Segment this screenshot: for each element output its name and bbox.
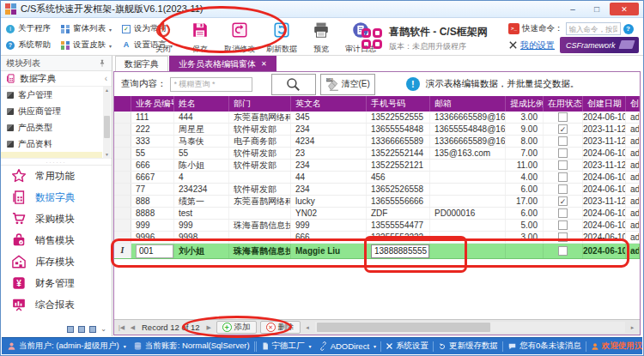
table-row[interactable]: 111444东莞喜鹊网络科技...34513522552555133666655…: [114, 112, 640, 124]
status-messages[interactable]: 您有0条未读消息: [504, 341, 585, 352]
sidebar-item-inventory-module[interactable]: 库存模块: [1, 251, 112, 273]
cell-phone[interactable]: ZDF: [367, 208, 430, 219]
cell-status[interactable]: [544, 220, 583, 231]
scroll-down-icon[interactable]: ▼: [103, 152, 111, 158]
row-indicator[interactable]: [114, 196, 131, 207]
cell-email[interactable]: 13366665589@163.com: [430, 136, 506, 147]
cell-phone[interactable]: 456: [367, 172, 430, 183]
cell-en-name[interactable]: 44: [291, 172, 367, 183]
cell-status[interactable]: [544, 136, 583, 147]
cell-code[interactable]: 666: [131, 160, 174, 171]
sidebar-item-finance-module[interactable]: ¥财务管理: [1, 273, 112, 294]
cell-phone[interactable]: 13652526558: [367, 184, 430, 195]
help-icon[interactable]: ?: [623, 24, 634, 34]
checkbox[interactable]: [558, 112, 568, 122]
cell-status[interactable]: [544, 196, 583, 207]
sidebar-item-purchase-module[interactable]: 采购模块: [1, 208, 112, 230]
sidebar-splitter[interactable]: ······: [1, 159, 112, 166]
cell-en-name[interactable]: 234: [291, 160, 367, 171]
first-record-button[interactable]: |◀: [116, 324, 127, 331]
cell-status[interactable]: [544, 184, 583, 195]
row-indicator[interactable]: [114, 148, 131, 159]
table-row[interactable]: 888绩第一东莞喜鹊网络科技...lucky1365555666617.0020…: [114, 196, 640, 208]
table-row[interactable]: 666陈小姐软件研发部2341352255212111.002023-11-12…: [114, 160, 640, 172]
checkbox[interactable]: [558, 184, 568, 194]
checkbox[interactable]: [558, 220, 568, 230]
cell-email[interactable]: [430, 232, 506, 243]
row-indicator[interactable]: [114, 124, 131, 135]
cell-phone[interactable]: 13655554848: [367, 124, 430, 135]
cell-email[interactable]: [430, 160, 506, 171]
cell-ratio[interactable]: 3.00: [506, 232, 544, 243]
sidebar-group-data-dictionary[interactable]: 数据字典 ‹: [1, 71, 112, 87]
cell-creator[interactable]: adm: [626, 220, 640, 231]
cell-email[interactable]: [430, 172, 506, 183]
cell-creator[interactable]: adm: [626, 208, 640, 219]
collapse-icon[interactable]: ‹: [105, 74, 107, 83]
cancel-edit-button[interactable]: 取消修改: [221, 19, 258, 57]
table-row[interactable]: 5555软件研发部2313522552144135@163.com7.00202…: [114, 148, 640, 160]
edit-cell[interactable]: 001: [136, 244, 173, 258]
module-item[interactable]: 产品类型: [1, 119, 112, 136]
scroll-right-icon[interactable]: ▸: [627, 324, 638, 331]
view-icon[interactable]: [78, 326, 85, 333]
row-indicator[interactable]: I: [114, 244, 131, 258]
cell-name[interactable]: 绩第一: [174, 196, 229, 207]
cell-ratio[interactable]: 17.00: [506, 196, 544, 207]
cell-status[interactable]: [544, 124, 583, 135]
cell-name[interactable]: 马泰伕: [174, 136, 229, 147]
cell-creator[interactable]: adm: [626, 160, 640, 171]
cell-ratio[interactable]: [506, 244, 544, 258]
cell-created[interactable]: 2023-11-12: [583, 124, 626, 135]
cell-status[interactable]: [544, 148, 583, 159]
cell-name[interactable]: 55: [174, 148, 229, 159]
status-account[interactable]: 当前账套: Normal(SqlServer): [130, 341, 253, 352]
cell-name[interactable]: test: [174, 208, 229, 219]
cell-en-name[interactable]: 23: [291, 148, 367, 159]
maximize-button[interactable]: □: [586, 3, 608, 15]
row-indicator[interactable]: [114, 160, 131, 171]
column-header-name[interactable]: 姓名: [174, 96, 229, 112]
cell-creator[interactable]: adm: [626, 112, 640, 123]
cell-phone[interactable]: 13522552144: [367, 148, 430, 159]
cell-code[interactable]: 999: [131, 220, 174, 231]
cell-email[interactable]: [430, 244, 506, 258]
phone-edit-input[interactable]: 13888885555: [371, 244, 429, 258]
cell-status[interactable]: [544, 172, 583, 183]
add-row-button[interactable]: 添加: [216, 321, 257, 334]
tab-close-icon[interactable]: ✕: [261, 60, 267, 68]
sidebar-item-common-functions[interactable]: 常用功能: [1, 166, 112, 187]
status-current-user[interactable]: 当前用户: (admin-超级用户): [3, 341, 130, 352]
checkbox[interactable]: [558, 148, 568, 158]
cell-ratio[interactable]: 4.00: [506, 172, 544, 183]
cell-email[interactable]: [430, 184, 506, 195]
cell-code[interactable]: 111: [131, 112, 174, 123]
cell-en-name[interactable]: lucky: [291, 196, 367, 207]
cell-created[interactable]: 2023-11-12: [583, 136, 626, 147]
cell-created[interactable]: 2024-06-10: [583, 220, 626, 231]
cell-code[interactable]: 6667: [131, 172, 174, 183]
cell-en-name[interactable]: 234: [291, 184, 367, 195]
module-item[interactable]: 客户管理: [1, 87, 112, 103]
cell-name[interactable]: 999: [174, 220, 229, 231]
row-indicator[interactable]: [114, 172, 131, 183]
checkbox[interactable]: [558, 124, 568, 134]
row-indicator[interactable]: [114, 220, 131, 231]
link-about-program[interactable]: i关于程序: [6, 23, 51, 34]
cell-creator[interactable]: adm: [626, 148, 640, 159]
cell-code[interactable]: 8888: [131, 208, 174, 219]
cell-code[interactable]: 333: [131, 136, 174, 147]
search-input[interactable]: [170, 77, 252, 92]
cell-ratio[interactable]: 7.00: [506, 148, 544, 159]
cell-status[interactable]: [544, 208, 583, 219]
prev-record-button[interactable]: ◀: [127, 324, 138, 331]
column-header-ratio[interactable]: 提成比例: [506, 96, 544, 112]
cell-status[interactable]: [544, 244, 583, 258]
row-indicator[interactable]: [114, 184, 131, 195]
cell-email[interactable]: 135@163.com: [430, 148, 506, 159]
table-row[interactable]: 99969998666132555522223.002024-06-10adm: [114, 232, 640, 244]
cell-dept[interactable]: 软件研发部: [229, 160, 291, 171]
cell-created[interactable]: 2024-06-10: [583, 184, 626, 195]
sidebar-item-reports-module[interactable]: 综合报表: [1, 294, 112, 316]
cell-phone[interactable]: 13655556666: [367, 196, 430, 207]
